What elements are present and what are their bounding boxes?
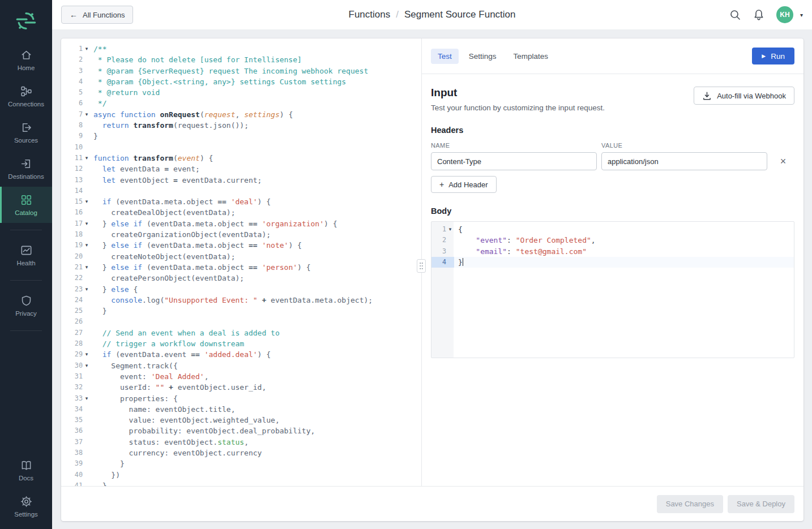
code-line[interactable]: 32 userId: "" + eventObject.user_id, — [61, 382, 421, 393]
line-number: 25 — [61, 306, 83, 316]
code-line[interactable]: 22 createPersonObject(eventData); — [61, 273, 421, 283]
code-line[interactable]: 34 name: eventObject.title, — [61, 404, 421, 415]
sidebar-item-home[interactable]: Home — [0, 42, 52, 78]
fold-icon[interactable]: ▾ — [83, 360, 91, 371]
code-line[interactable]: 4 * @param {Object.<string, any>} settin… — [61, 76, 421, 87]
code-text: */ — [91, 98, 421, 109]
fold-icon[interactable]: ▾ — [446, 224, 454, 235]
code-line[interactable]: 6 */ — [61, 98, 421, 109]
code-line[interactable]: 19▾ } else if (eventData.meta.object == … — [61, 240, 421, 251]
code-line[interactable]: 20 createNoteObject(eventData); — [61, 251, 421, 262]
drag-handle-icon[interactable] — [417, 259, 426, 273]
sidebar-item-settings[interactable]: Settings — [0, 488, 52, 524]
run-button[interactable]: ▶ Run — [752, 48, 794, 64]
breadcrumb-separator: / — [396, 9, 399, 20]
sidebar-item-privacy[interactable]: Privacy — [0, 287, 52, 324]
fold-icon[interactable]: ▾ — [83, 196, 91, 207]
code-line[interactable]: 31 event: 'Deal Added', — [61, 371, 421, 382]
header-name-input[interactable] — [431, 152, 597, 170]
code-line[interactable]: 3 * @param {ServerRequest} request The i… — [61, 66, 421, 76]
fold-icon[interactable]: ▾ — [83, 393, 91, 404]
segment-logo[interactable] — [0, 0, 52, 42]
code-line[interactable]: 27 // Send an event when a deal is added… — [61, 328, 421, 338]
code-line[interactable]: 25 } — [61, 306, 421, 316]
code-line[interactable]: 14 — [61, 186, 421, 196]
code-line[interactable]: 8 return transform(request.json()); — [61, 120, 421, 131]
sidebar-item-sources[interactable]: Sources — [0, 114, 52, 150]
search-icon[interactable] — [729, 8, 741, 21]
code-line[interactable]: 4} — [431, 257, 794, 268]
save-changes-button[interactable]: Save Changes — [657, 495, 723, 513]
code-line[interactable]: 18 createOrganizationObject(eventData); — [61, 229, 421, 240]
code-line[interactable]: 15▾ if (eventData.meta.object == 'deal')… — [61, 196, 421, 207]
code-line[interactable]: 17▾ } else if (eventData.meta.object == … — [61, 218, 421, 229]
code-line[interactable]: 13 let eventObject = eventData.current; — [61, 175, 421, 186]
code-line[interactable]: 37 status: eventObject.status, — [61, 437, 421, 448]
code-editor[interactable]: 1▾/**2 * Please do not delete [used for … — [61, 38, 421, 486]
code-line[interactable]: 21▾ } else if (eventData.meta.object == … — [61, 262, 421, 273]
tab-test[interactable]: Test — [431, 49, 459, 64]
avatar[interactable]: KH — [776, 6, 793, 23]
panel-content: Input Test your function by customizing … — [422, 74, 804, 486]
connections-icon — [20, 85, 32, 97]
remove-header-icon[interactable]: × — [772, 156, 794, 166]
code-line[interactable]: 16 createDealObject(eventData); — [61, 207, 421, 218]
fold-icon[interactable]: ▾ — [83, 262, 91, 273]
line-number: 7 — [61, 109, 83, 120]
code-line[interactable]: 28 // trigger a workflow downstream — [61, 338, 421, 349]
sidebar-item-connections[interactable]: Connections — [0, 78, 52, 114]
bell-icon[interactable] — [753, 8, 765, 21]
code-line[interactable]: 33▾ properties: { — [61, 393, 421, 404]
fold-icon[interactable]: ▾ — [83, 109, 91, 120]
code-line[interactable]: 5 * @return void — [61, 87, 421, 98]
save-deploy-button[interactable]: Save & Deploy — [728, 495, 794, 513]
add-header-button[interactable]: + Add Header — [431, 176, 497, 193]
fold-icon[interactable]: ▾ — [83, 240, 91, 251]
code-line[interactable]: 39 } — [61, 458, 421, 469]
header-value-input[interactable] — [601, 152, 767, 170]
fold-icon[interactable]: ▾ — [83, 44, 91, 54]
breadcrumb-functions[interactable]: Functions — [349, 9, 391, 20]
code-line[interactable]: 23▾ } else { — [61, 284, 421, 295]
code-line[interactable]: 41 } — [61, 480, 421, 486]
sidebar-item-docs[interactable]: Docs — [0, 452, 52, 488]
fold-icon[interactable]: ▾ — [83, 349, 91, 360]
chevron-down-icon[interactable]: ▾ — [800, 12, 803, 18]
all-functions-button[interactable]: ← All Functions — [61, 6, 133, 24]
code-line[interactable]: 40 }) — [61, 470, 421, 480]
code-line[interactable]: 2 * Please do not delete [used for Intel… — [61, 54, 421, 65]
code-line[interactable]: 26 — [61, 316, 421, 327]
code-line[interactable]: 38 currency: eventObject.currency — [61, 448, 421, 458]
line-number: 37 — [61, 437, 83, 448]
body-editor[interactable]: 1▾{2 "event": "Order Completed",3 "email… — [431, 221, 794, 358]
fold-icon[interactable]: ▾ — [83, 153, 91, 164]
sidebar-item-catalog[interactable]: Catalog — [0, 187, 52, 223]
code-line[interactable]: 9} — [61, 131, 421, 141]
code-line[interactable]: 7▾async function onRequest(request, sett… — [61, 109, 421, 120]
code-line[interactable]: 10 — [61, 142, 421, 153]
sidebar-item-health[interactable]: Health — [0, 237, 52, 273]
code-line[interactable]: 29▾ if (eventData.event == 'added.deal')… — [61, 349, 421, 360]
fold-gutter — [83, 371, 91, 382]
tabs-row: Test Settings Templates ▶ Run — [422, 38, 804, 74]
code-line[interactable]: 3 "email": "test@gmail.com" — [431, 246, 794, 257]
code-line[interactable]: 12 let eventData = event; — [61, 164, 421, 174]
fold-icon[interactable]: ▾ — [83, 218, 91, 229]
fold-icon[interactable]: ▾ — [83, 284, 91, 295]
code-line[interactable]: 2 "event": "Order Completed", — [431, 235, 794, 246]
test-panel: Test Settings Templates ▶ Run Inp — [422, 38, 804, 486]
code-line[interactable]: 1▾{ — [431, 224, 794, 235]
code-line[interactable]: 11▾function transform(event) { — [61, 153, 421, 164]
tab-templates[interactable]: Templates — [507, 49, 555, 64]
code-line[interactable]: 24 console.log("Unsupported Event: " + e… — [61, 295, 421, 306]
code-line[interactable]: 36 probability: eventObject.deal_probabi… — [61, 425, 421, 436]
autofill-webhook-button[interactable]: Auto-fill via Webhook — [694, 87, 794, 105]
code-line[interactable]: 1▾/** — [61, 44, 421, 54]
code-line[interactable]: 30▾ Segment.track({ — [61, 360, 421, 371]
code-line[interactable]: 35 value: eventObject.weighted_value, — [61, 415, 421, 425]
sidebar-item-destinations[interactable]: Destinations — [0, 150, 52, 187]
tab-settings[interactable]: Settings — [462, 49, 503, 64]
sources-icon — [20, 122, 32, 134]
home-icon — [20, 49, 32, 61]
code-text: console.log("Unsupported Event: " + even… — [91, 295, 421, 306]
